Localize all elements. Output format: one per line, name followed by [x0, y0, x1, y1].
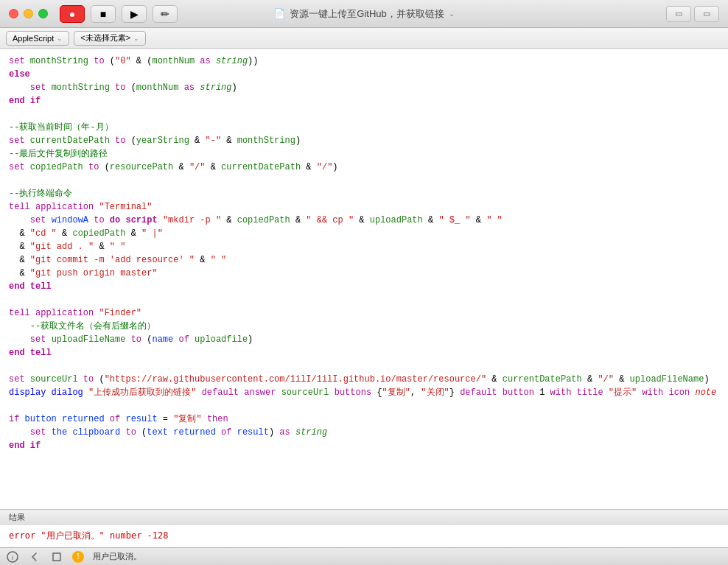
code-line-21: --获取文件名（会有后缀名的）: [0, 320, 728, 333]
status-text: 用户已取消。: [93, 551, 141, 562]
results-area: error "用户已取消。" number -128: [0, 525, 728, 547]
stop-icon[interactable]: [50, 550, 63, 564]
language-selector-chevron: ⌄: [57, 35, 63, 42]
code-line-1: set monthString to ("0" & (monthNum as s…: [0, 55, 728, 68]
tile-right-button[interactable]: ▭: [694, 6, 719, 22]
element-selector[interactable]: <未选择元素> ⌄: [74, 31, 146, 46]
code-line-8: --最后文件复制到的路径: [0, 147, 728, 161]
code-line-24: [0, 359, 728, 373]
language-selector[interactable]: AppleScript ⌄: [6, 31, 69, 46]
stop-button[interactable]: ■: [91, 5, 116, 23]
window-title: 📄 资源一键上传至GitHub，并获取链接 ⌄: [273, 7, 454, 21]
code-line-19: [0, 293, 728, 306]
code-line-26: display dialog "上传成功后获取到的链接" default ans…: [0, 386, 728, 399]
results-header: 结果: [0, 509, 728, 525]
code-line-22: set uploadFileName to (name of uploadfil…: [0, 333, 728, 346]
title-bar: ● ■ ▶ ✏ 📄 资源一键上传至GitHub，并获取链接 ⌄ ▭ ▭: [0, 0, 728, 28]
code-line-30: end if: [0, 439, 728, 452]
svg-rect-2: [53, 553, 60, 561]
code-line-17: & "git push origin master": [0, 267, 728, 280]
selector-bar: AppleScript ⌄ <未选择元素> ⌄: [0, 28, 728, 49]
code-line-27: [0, 399, 728, 413]
code-line-29: set the clipboard to (text returned of r…: [0, 426, 728, 439]
traffic-lights: [9, 9, 48, 18]
code-line-23: end tell: [0, 346, 728, 359]
code-line-12: tell application "Terminal": [0, 200, 728, 214]
minimize-button[interactable]: [24, 9, 33, 18]
code-line-25: set sourceUrl to ("https://raw.githubuse…: [0, 373, 728, 386]
info-icon[interactable]: i: [6, 550, 19, 564]
code-line-6: --获取当前时间（年-月）: [0, 121, 728, 134]
document-icon: 📄: [273, 8, 285, 19]
tile-left-button[interactable]: ▭: [666, 6, 691, 22]
code-line-15: & "git add . " & " ": [0, 240, 728, 253]
code-line-7: set currentDatePath to (yearString & "-"…: [0, 134, 728, 147]
code-line-18: end tell: [0, 280, 728, 293]
code-line-4: end if: [0, 94, 728, 108]
back-icon[interactable]: [28, 550, 41, 564]
code-line-28: if button returned of result = "复制" then: [0, 413, 728, 426]
code-line-10: [0, 174, 728, 187]
window-controls: ▭ ▭: [666, 6, 719, 22]
code-line-2: else: [0, 68, 728, 81]
status-bar: i ! 用户已取消。: [0, 547, 728, 565]
code-line-13: set windowA to do script "mkdir -p " & c…: [0, 214, 728, 227]
code-line-3: set monthString to (monthNum as string): [0, 81, 728, 94]
code-line-16: & "git commit -m 'add resource' " & " ": [0, 253, 728, 267]
code-line-14: & "cd " & copiedPath & " |": [0, 227, 728, 240]
run-button[interactable]: ▶: [122, 5, 147, 23]
code-line-20: tell application "Finder": [0, 306, 728, 320]
editor-container: set monthString to ("0" & (monthNum as s…: [0, 49, 728, 547]
warning-icon[interactable]: !: [72, 551, 84, 563]
code-line-5: [0, 108, 728, 121]
element-selector-chevron: ⌄: [133, 35, 139, 42]
record-button[interactable]: ●: [60, 5, 85, 23]
maximize-button[interactable]: [38, 9, 48, 18]
code-line-9: set copiedPath to (resourcePath & "/" & …: [0, 161, 728, 174]
svg-text:i: i: [12, 554, 13, 561]
close-button[interactable]: [9, 9, 18, 18]
code-area[interactable]: set monthString to ("0" & (monthNum as s…: [0, 49, 728, 509]
toolbar-buttons: ● ■ ▶ ✏: [60, 5, 178, 23]
title-dropdown-icon: ⌄: [449, 10, 455, 18]
compile-button[interactable]: ✏: [153, 5, 178, 23]
code-line-11: --执行终端命令: [0, 187, 728, 200]
